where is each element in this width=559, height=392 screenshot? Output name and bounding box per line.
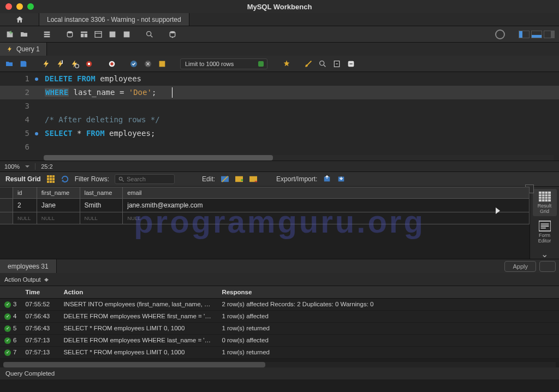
action-output-row[interactable]: 607:57:13DELETE FROM employees WHERE las… (0, 334, 559, 346)
ao-header-time[interactable]: Time (21, 286, 59, 299)
column-header[interactable]: id (13, 187, 37, 199)
column-header[interactable]: first_name (37, 187, 80, 199)
line-number: 6 (0, 140, 33, 154)
cell-null[interactable]: NULL (123, 212, 530, 224)
table-row-null[interactable]: NULL NULL NULL NULL (0, 212, 530, 224)
save-file-icon[interactable] (19, 59, 28, 69)
form-icon (539, 221, 551, 231)
beautify-icon[interactable] (282, 59, 292, 69)
cell-null[interactable]: NULL (80, 212, 123, 224)
svg-point-0 (67, 31, 72, 33)
search-icon (118, 176, 124, 182)
inspector-icon[interactable] (41, 29, 52, 40)
invisible-chars-icon[interactable] (318, 59, 328, 69)
zoom-level[interactable]: 100% (4, 163, 20, 170)
side-result-grid-button[interactable]: Result Grid (533, 189, 557, 216)
chevron-down-icon[interactable]: ⌄ (541, 249, 548, 259)
action-output-title: Action Output (4, 276, 41, 283)
result-header-row: id first_name last_name email (0, 187, 530, 199)
edit-label: Edit: (202, 175, 215, 183)
db-reconnect-icon[interactable] (167, 29, 178, 40)
filter-rows-input[interactable]: Search (115, 174, 175, 184)
line-number: 4 (0, 113, 33, 127)
open-file-icon[interactable] (4, 59, 14, 69)
autocommit-icon[interactable] (157, 59, 167, 69)
execute-icon[interactable] (41, 59, 51, 69)
svg-point-12 (306, 64, 308, 67)
explain-icon[interactable] (70, 59, 80, 69)
no-limit-icon[interactable] (107, 59, 117, 69)
row-limit-select[interactable]: Limit to 1000 rows (180, 58, 267, 69)
column-header[interactable]: email (123, 187, 530, 199)
window-title: MySQL Workbench (0, 3, 559, 11)
db-create-view-icon[interactable] (93, 29, 104, 40)
line-number: 3 (0, 99, 33, 113)
home-tab[interactable] (0, 13, 39, 26)
db-search-icon[interactable] (144, 29, 155, 40)
edit-row-icon[interactable] (221, 175, 229, 183)
refresh-icon[interactable] (61, 175, 69, 183)
table-row[interactable]: 2 Jane Smith jane.smith@example.com (0, 199, 530, 212)
execute-current-icon[interactable] (56, 59, 66, 69)
ao-header-action[interactable]: Action (59, 286, 217, 299)
query-tab[interactable]: Query 1 (0, 43, 47, 56)
db-create-procedure-icon[interactable] (107, 29, 118, 40)
cell[interactable]: Jane (37, 199, 80, 212)
rollback-icon[interactable] (143, 59, 153, 69)
result-grid[interactable]: id first_name last_name email 2 Jane Smi… (0, 187, 530, 259)
editor-horizontal-scrollbar[interactable] (44, 155, 554, 161)
expand-side-caret-icon[interactable] (496, 207, 500, 214)
ao-header-response[interactable]: Response (217, 286, 559, 299)
add-row-icon[interactable] (235, 175, 243, 183)
stop-icon[interactable] (84, 59, 94, 69)
result-toolbar: Result Grid Filter Rows: Search Edit: Ex… (0, 171, 559, 187)
action-output-row[interactable]: 307:55:52INSERT INTO employees (first_na… (0, 299, 559, 311)
connection-tab-label: Local instance 3306 - Warning - not supp… (47, 16, 181, 23)
cell[interactable]: 2 (13, 199, 37, 212)
wrap-icon[interactable] (332, 59, 342, 69)
connection-tab[interactable]: Local instance 3306 - Warning - not supp… (39, 13, 189, 26)
filter-rows-label: Filter Rows: (75, 175, 109, 183)
result-grid-title: Result Grid (5, 175, 41, 183)
cell-null[interactable]: NULL (13, 212, 37, 224)
status-text: Query Completed (5, 370, 55, 377)
svg-point-13 (320, 61, 324, 65)
zoom-dropdown-icon[interactable] (25, 164, 29, 169)
toggle-right-panel-button[interactable] (544, 31, 555, 38)
sql-editor[interactable]: 1 DELETE FROM employees 2 WHERE last_nam… (0, 72, 559, 161)
connection-tab-strip: Local instance 3306 - Warning - not supp… (0, 13, 559, 26)
delete-row-icon[interactable] (249, 175, 258, 183)
column-header[interactable]: last_name (80, 187, 123, 199)
commit-icon[interactable] (129, 59, 139, 69)
side-form-editor-button[interactable]: Form Editor (533, 218, 557, 246)
snippet-icon[interactable] (346, 59, 356, 69)
action-output-row[interactable]: 507:56:43SELECT * FROM employees LIMIT 0… (0, 322, 559, 334)
action-output-table: Time Action Response 307:55:52INSERT INT… (0, 286, 559, 359)
open-sql-file-icon[interactable] (19, 29, 29, 40)
side-label: Form Editor (538, 233, 551, 243)
cell[interactable]: Smith (80, 199, 123, 212)
db-create-function-icon[interactable] (121, 29, 132, 40)
action-output-header[interactable]: Action Output (0, 273, 559, 286)
cell-null[interactable]: NULL (37, 212, 80, 224)
apply-button[interactable]: Apply (504, 261, 536, 272)
result-grid-icon[interactable] (46, 175, 55, 183)
new-sql-tab-icon[interactable] (4, 29, 15, 40)
find-icon[interactable] (304, 59, 313, 69)
output-horizontal-scrollbar[interactable] (3, 362, 556, 367)
import-icon[interactable] (337, 175, 346, 183)
db-create-table-icon[interactable] (79, 29, 90, 40)
cell[interactable]: jane.smith@example.com (123, 199, 530, 212)
toggle-bottom-panel-button[interactable] (531, 31, 542, 38)
svg-rect-3 (62, 60, 63, 64)
action-output-row[interactable]: 707:57:13SELECT * FROM employees LIMIT 0… (0, 346, 559, 358)
settings-icon[interactable] (495, 29, 506, 40)
revert-button[interactable] (539, 261, 556, 272)
svg-rect-11 (159, 61, 165, 67)
svg-point-9 (130, 61, 137, 67)
export-icon[interactable] (323, 175, 331, 183)
action-output-row[interactable]: 407:56:43DELETE FROM employees WHERE fir… (0, 310, 559, 322)
db-create-schema-icon[interactable] (64, 29, 75, 40)
toggle-left-panel-button[interactable] (519, 31, 530, 38)
result-tab[interactable]: employees 31 (0, 259, 57, 273)
